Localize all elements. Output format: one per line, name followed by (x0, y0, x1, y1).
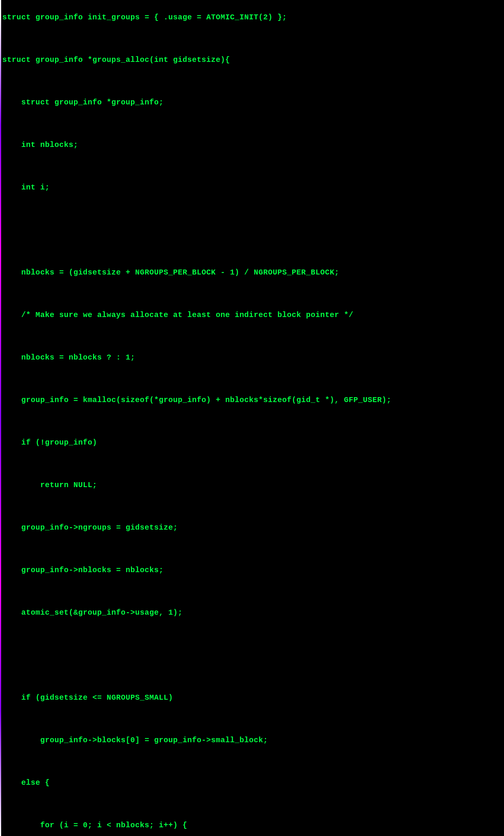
code-line (2, 225, 504, 235)
code-line (2, 459, 504, 469)
code-line: for (i = 0; i < nblocks; i++) { (2, 820, 504, 831)
code-line (2, 33, 504, 44)
code-line: group_info->ngroups = gidsetsize; (2, 522, 504, 533)
code-line: struct group_info *groups_alloc(int gids… (2, 55, 504, 65)
code-line: nblocks = (gidsetsize + NGROUPS_PER_BLOC… (2, 267, 504, 278)
code-line: nblocks = nblocks ? : 1; (2, 352, 504, 363)
code-line (2, 756, 504, 767)
code-line (2, 714, 504, 724)
code-line: group_info->blocks[0] = group_info->smal… (2, 735, 504, 746)
code-line (2, 161, 504, 172)
code-line (2, 203, 504, 214)
code-line: group_info->nblocks = nblocks; (2, 565, 504, 576)
code-line (2, 586, 504, 597)
code-line (2, 331, 504, 342)
code-line: /* Make sure we always allocate at least… (2, 310, 504, 320)
code-line (2, 799, 504, 809)
code-line: atomic_set(&group_info->usage, 1); (2, 607, 504, 618)
code-line (2, 416, 504, 427)
code-block: struct group_info init_groups = { .usage… (0, 0, 504, 836)
code-line (2, 501, 504, 512)
code-line (2, 374, 504, 384)
code-line (2, 544, 504, 554)
left-accent-border (0, 0, 1, 836)
code-line: if (!group_info) (2, 437, 504, 448)
code-line: struct group_info init_groups = { .usage… (2, 12, 504, 23)
code-line: if (gidsetsize <= NGROUPS_SMALL) (2, 692, 504, 703)
code-line: else { (2, 778, 504, 788)
code-line: int i; (2, 182, 504, 193)
code-line (2, 671, 504, 682)
code-line: struct group_info *group_info; (2, 97, 504, 108)
code-line (2, 118, 504, 129)
code-line (2, 629, 504, 639)
code-line: group_info = kmalloc(sizeof(*group_info)… (2, 395, 504, 405)
code-line: return NULL; (2, 480, 504, 491)
code-line (2, 289, 504, 299)
code-line (2, 246, 504, 257)
code-line (2, 76, 504, 87)
code-line (2, 650, 504, 661)
code-line: int nblocks; (2, 140, 504, 150)
